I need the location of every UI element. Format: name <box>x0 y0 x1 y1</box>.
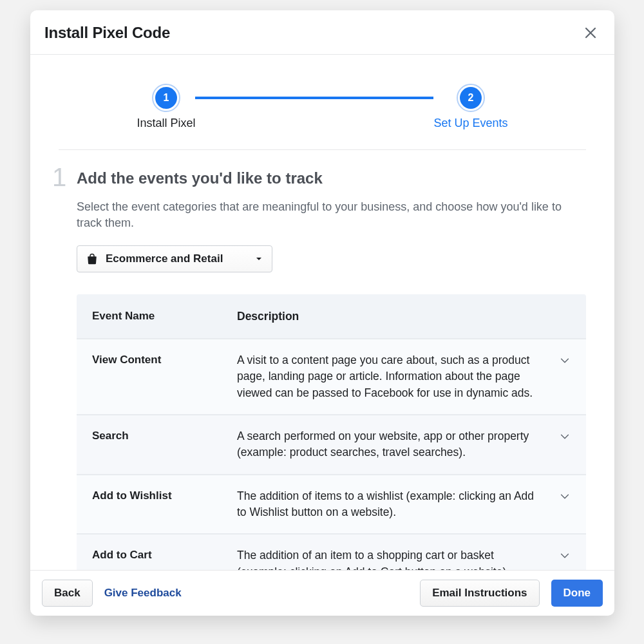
event-name: Search <box>92 428 237 442</box>
event-row[interactable]: Add to Wishlist The addition of items to… <box>77 475 586 535</box>
event-description: The addition of an item to a shopping ca… <box>237 547 550 570</box>
col-header-name: Event Name <box>92 308 237 325</box>
expand-toggle[interactable] <box>550 352 571 366</box>
chevron-down-icon <box>559 355 571 366</box>
event-name: View Content <box>92 352 237 366</box>
events-table: Event Name Description View Content A vi… <box>77 294 586 570</box>
event-name: Add to Cart <box>92 547 237 562</box>
close-button[interactable] <box>581 23 600 43</box>
step-circle: 2 <box>460 87 482 109</box>
expand-toggle[interactable] <box>550 547 571 562</box>
email-instructions-button[interactable]: Email Instructions <box>420 580 539 607</box>
stepper-connector <box>195 97 433 99</box>
event-description: The addition of items to a wishlist (exa… <box>237 488 550 521</box>
back-button[interactable]: Back <box>42 580 93 607</box>
step-install-pixel[interactable]: 1 Install Pixel <box>137 87 195 130</box>
modal-footer: Back Give Feedback Email Instructions Do… <box>30 570 614 616</box>
step-set-up-events[interactable]: 2 Set Up Events <box>433 87 507 130</box>
caret-down-icon <box>255 255 263 263</box>
events-table-header: Event Name Description <box>77 294 586 339</box>
chevron-down-icon <box>559 431 571 442</box>
category-label: Ecommerce and Retail <box>106 252 223 265</box>
event-row[interactable]: Add to Cart The addition of an item to a… <box>77 535 586 570</box>
chevron-down-icon <box>559 550 571 562</box>
modal-title: Install Pixel Code <box>44 24 170 42</box>
shopping-bag-icon <box>86 253 98 265</box>
event-description: A search performed on your website, app … <box>237 428 550 461</box>
expand-toggle[interactable] <box>550 488 571 502</box>
step-label: Install Pixel <box>137 117 195 130</box>
modal-body: 1 Install Pixel 2 Set Up Events 1 Add th… <box>30 55 614 570</box>
event-row[interactable]: View Content A visit to a content page y… <box>77 339 586 415</box>
step-circle: 1 <box>155 87 177 109</box>
event-description: A visit to a content page you care about… <box>237 352 550 401</box>
section-title: Add the events you'd like to track <box>77 169 586 187</box>
chevron-down-icon <box>559 491 571 502</box>
step-label: Set Up Events <box>433 117 507 130</box>
section-description: Select the event categories that are mea… <box>77 199 586 231</box>
event-name: Add to Wishlist <box>92 488 237 502</box>
stepper: 1 Install Pixel 2 Set Up Events <box>59 55 586 150</box>
expand-toggle[interactable] <box>550 428 571 442</box>
event-row[interactable]: Search A search performed on your websit… <box>77 415 586 475</box>
give-feedback-link[interactable]: Give Feedback <box>104 587 182 600</box>
add-events-section: 1 Add the events you'd like to track Sel… <box>59 169 586 570</box>
col-header-desc: Description <box>237 308 550 325</box>
install-pixel-modal: Install Pixel Code 1 Install Pixel 2 Set… <box>30 10 614 616</box>
category-dropdown[interactable]: Ecommerce and Retail <box>77 245 272 272</box>
modal-header: Install Pixel Code <box>30 10 614 55</box>
done-button[interactable]: Done <box>551 580 603 607</box>
close-icon <box>584 26 597 39</box>
section-number: 1 <box>52 163 66 192</box>
